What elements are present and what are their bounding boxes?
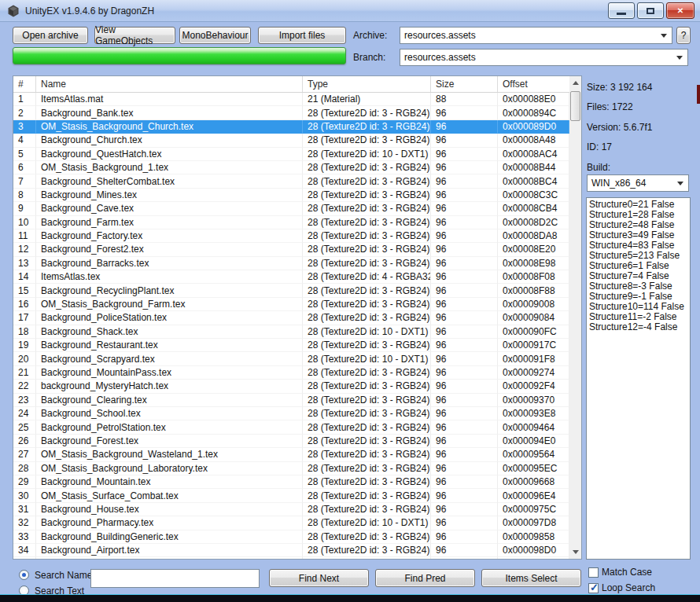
table-row[interactable]: 4Background_Church.tex28 (Texture2D id: … [13,134,569,147]
help-button[interactable]: ? [676,27,691,44]
column-header-name[interactable]: Name [36,76,303,92]
table-row[interactable]: 13Background_Barracks.tex28 (Texture2D i… [13,257,569,270]
archive-label: Archive: [353,30,387,41]
table-row[interactable]: 32Background_Pharmacy.tex28 (Texture2D i… [13,516,569,530]
table-row[interactable]: 24Background_School.tex28 (Texture2D id:… [13,407,569,420]
build-combobox[interactable]: WIN_x86_64 [587,174,689,192]
table-row[interactable]: 5Background_QuestHatch.tex28 (Texture2D … [13,148,569,161]
table-cell: 5 [13,148,36,161]
table-row[interactable]: 8Background_Mines.tex28 (Texture2D id: 3… [13,189,569,202]
table-cell: Background_BuildingGeneric.tex [36,530,303,544]
table-cell: 27 [13,448,36,461]
search-input[interactable] [90,569,260,588]
find-pred-button[interactable]: Find Pred [375,569,475,587]
table-cell: OM_Stasis_Background_Farm.tex [36,298,303,311]
scroll-down-button[interactable] [569,545,581,559]
table-cell: 0x0000975C [498,503,569,516]
table-cell: 0x00008DA8 [498,229,569,243]
table-row[interactable]: 18Background_Shack.tex28 (Texture2D id: … [13,325,569,339]
table-cell: 96 [431,161,498,174]
match-case-checkbox[interactable] [588,567,599,578]
table-row[interactable]: 29Background_Mountain.tex28 (Texture2D i… [13,475,569,489]
table-row[interactable]: 2Background_Bank.tex28 (Texture2D id: 3 … [13,106,569,119]
desktop-artifact [697,85,700,104]
minimize-button[interactable] [608,2,635,19]
open-archive-button[interactable]: Open archive [13,27,88,44]
column-header-offset[interactable]: Offset [498,76,569,92]
table-cell: 20 [13,352,36,365]
table-row[interactable]: 10Background_Farm.tex28 (Texture2D id: 3… [13,216,569,229]
table-cell: 13 [13,257,36,270]
table-row[interactable]: 14ItemsAtlas.tex28 (Texture2D id: 4 - RG… [13,270,569,284]
table-row[interactable]: 26Background_Forest.tex28 (Texture2D id:… [13,435,569,448]
table-row[interactable]: 27OM_Stasis_Background_Wasteland_1.tex28… [13,448,569,461]
table-row[interactable]: 20Background_Scrapyard.tex28 (Texture2D … [13,352,569,365]
table-row[interactable]: 31Background_House.tex28 (Texture2D id: … [13,503,569,516]
table-scrollbar[interactable] [569,76,581,559]
table-row[interactable]: 7Background_ShelterCombat.tex28 (Texture… [13,174,569,188]
table-cell: 28 (Texture2D id: 10 - DXT1) [303,148,431,161]
table-row[interactable]: 9Background_Cave.tex28 (Texture2D id: 3 … [13,202,569,215]
title-bar[interactable]: UnityEX v1.9.4.6 by DragonZH ✕ [0,0,700,22]
table-cell: 11 [13,229,36,243]
table-cell: 34 [13,544,36,557]
table-row[interactable]: 11Background_Factory.tex28 (Texture2D id… [13,229,569,243]
structure-item[interactable]: Structure12=-4 False [589,322,690,332]
archive-combobox[interactable]: resources.assets [400,27,672,44]
table-cell: ItemsAtlas.tex [36,270,303,284]
branch-combobox[interactable]: resources.assets [400,49,688,66]
table-row[interactable]: 6OM_Stasis_Background_1.tex28 (Texture2D… [13,161,569,174]
column-header-size[interactable]: Size [431,76,498,92]
maximize-button[interactable] [637,2,664,19]
table-cell: 96 [431,243,498,256]
table-cell: 24 [13,407,36,420]
structure-listbox[interactable]: Structure0=21 FalseStructure1=28 FalseSt… [586,197,691,560]
table-row[interactable]: 34Background_Airport.tex28 (Texture2D id… [13,544,569,557]
table-row[interactable]: 21Background_MountainPass.tex28 (Texture… [13,366,569,380]
view-gameobjects-button[interactable]: View GameObjects [94,27,175,44]
monobehaviour-button[interactable]: MonoBehaviour [179,27,251,44]
find-next-button[interactable]: Find Next [269,569,369,587]
branch-label: Branch: [353,52,385,63]
table-row[interactable]: 30OM_Stasis_Surface_Combat.tex28 (Textur… [13,489,569,502]
table-row[interactable]: 3OM_Stasis_Background_Church.tex28 (Text… [13,120,569,134]
scroll-up-button[interactable] [569,76,581,90]
scroll-up-icon [573,81,579,85]
table-row[interactable]: 25Background_PetrolStation.tex28 (Textur… [13,420,569,434]
table-cell: Background_Scrapyard.tex [36,352,303,365]
items-select-button[interactable]: Items Select [481,569,581,587]
table-row[interactable]: 22background_MysteryHatch.tex28 (Texture… [13,380,569,393]
build-dropdown-icon[interactable] [677,182,683,185]
table-row[interactable]: 28OM_Stasis_Background_Laboratory.tex28 … [13,462,569,475]
table-cell: 18 [13,325,36,339]
table-row[interactable]: 35Background_Resevoir.tex28 (Texture2D i… [13,557,569,560]
table-cell: 28 (Texture2D id: 3 - RGB24) [303,503,431,516]
table-row[interactable]: 19Background_Restaurant.tex28 (Texture2D… [13,339,569,352]
loop-search-checkbox[interactable] [588,583,599,593]
column-header-num[interactable]: # [13,76,36,92]
search-name-radio[interactable] [19,570,29,580]
table-row[interactable]: 23Background_Clearing.tex28 (Texture2D i… [13,394,569,407]
progress-bar [13,47,346,64]
table-cell: OM_Stasis_Background_Wasteland_1.tex [36,448,303,461]
close-button[interactable]: ✕ [666,2,694,19]
file-table: # Name Type Size Offset 1ItemsAtlas.mat2… [13,75,582,560]
table-row[interactable]: 17Background_PoliceStation.tex28 (Textur… [13,311,569,325]
table-row[interactable]: 16OM_Stasis_Background_Farm.tex28 (Textu… [13,298,569,311]
table-row[interactable]: 33Background_BuildingGeneric.tex28 (Text… [13,530,569,544]
table-cell: 0x0000894C [498,106,569,119]
table-cell: 96 [431,557,498,560]
table-cell: 28 (Texture2D id: 3 - RGB24) [303,448,431,461]
import-files-button[interactable]: Import files [258,27,346,44]
table-row[interactable]: 12Background_Forest2.tex28 (Texture2D id… [13,243,569,256]
scroll-thumb[interactable] [570,91,580,121]
table-cell: 26 [13,435,36,448]
table-row[interactable]: 1ItemsAtlas.mat21 (Material)880x000088E0 [13,93,569,106]
branch-dropdown-icon[interactable] [676,56,683,60]
archive-dropdown-icon[interactable] [661,34,667,38]
table-cell: 96 [431,366,498,380]
table-cell: Background_School.tex [36,407,303,420]
table-cell: 0x00008D2C [498,216,569,229]
table-row[interactable]: 15Background_RecyclingPlant.tex28 (Textu… [13,284,569,297]
column-header-type[interactable]: Type [303,76,431,92]
